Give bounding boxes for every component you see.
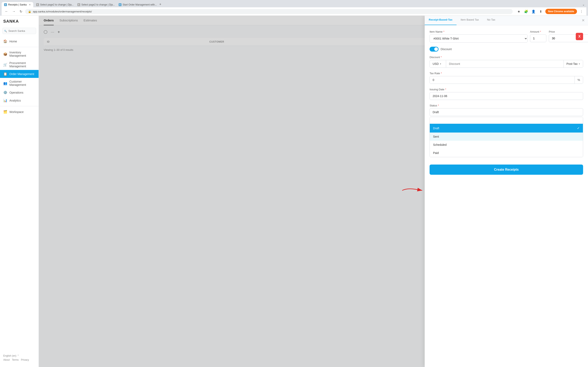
bookmark-icon[interactable]: ★ — [516, 8, 522, 14]
sidebar-label-procurement: Procurement Management — [9, 61, 35, 68]
panel-body: Item Name * #0001 White T-Shirt — [425, 25, 588, 180]
terms-link[interactable]: Terms — [12, 359, 18, 361]
toolbar-icons: ★ 🧩 👤 ⬇ — [516, 8, 544, 14]
chevron-up-icon: ⌃ — [17, 354, 19, 357]
date-required: * — [445, 88, 446, 91]
discount-type-selector[interactable]: Post-Tax ▾ — [563, 60, 583, 67]
sidebar-item-customer-management[interactable]: 👥 Customer Management — [0, 78, 39, 89]
item-select-wrap: #0001 White T-Shirt — [430, 34, 527, 43]
sidebar-label-operations: Operations — [9, 91, 23, 94]
item-remove-button[interactable]: X — [576, 33, 583, 40]
item-name-group: Item Name * #0001 White T-Shirt — [430, 30, 527, 43]
discount-toggle[interactable] — [430, 47, 439, 52]
price-label: Price — [549, 30, 573, 33]
issuing-date-input[interactable] — [430, 92, 583, 100]
side-panel: Receipt-Based-Tax Item Based Tax No Tax … — [425, 16, 588, 367]
sidebar-item-workspace[interactable]: 🗂️ Workspace — [0, 108, 39, 116]
panel-tab-receipt-based[interactable]: Receipt-Based-Tax — [425, 16, 457, 25]
tab-close-1[interactable]: ✕ — [29, 3, 31, 6]
browser-menu-button[interactable]: ⋮ — [579, 9, 584, 14]
browser-chrome: S Receipts | Sanka ✕ S Select page2 to c… — [0, 0, 588, 16]
toggle-slider — [430, 47, 439, 52]
sidebar-item-analytics[interactable]: 📊 Analytics — [0, 96, 39, 104]
status-option-paid[interactable]: Paid — [430, 149, 583, 157]
amount-label: Amount * — [530, 30, 546, 33]
status-display[interactable]: Draft — [430, 108, 583, 116]
sidebar-item-inventory[interactable]: 📦 Inventory Management — [0, 49, 39, 59]
discount-type-chevron: ▾ — [579, 63, 580, 65]
sidebar-search-wrap — [0, 28, 39, 37]
tab-select-page2-1[interactable]: S Select page2 to change | Dja... ✕ — [34, 2, 75, 7]
address-bar[interactable]: 🔒 app.sanka.io/modules/ordermanagement/r… — [25, 9, 513, 14]
status-input-wrap: Draft Draft ✓ Sent S — [430, 108, 583, 157]
tab-favicon-1: S — [4, 3, 7, 6]
discount-toggle-row: Discount — [430, 47, 583, 52]
privacy-link[interactable]: Privacy — [21, 359, 29, 361]
discount-input[interactable] — [446, 60, 563, 67]
status-row: Status * Draft Draft ✓ — [430, 104, 583, 157]
panel-tabs: Receipt-Based-Tax Item Based Tax No Tax … — [425, 16, 588, 25]
tax-group: % — [430, 76, 583, 84]
nav-divider-1 — [0, 47, 39, 47]
reload-button[interactable]: ↻ — [18, 9, 24, 14]
tab-expand-button[interactable]: ⌄ — [581, 2, 586, 7]
tax-rate-input[interactable] — [430, 76, 575, 83]
analytics-icon: 📊 — [3, 99, 7, 102]
discount-currency-selector[interactable]: USD ▾ — [430, 60, 446, 67]
discount-required: * — [441, 56, 442, 59]
status-search-input[interactable] — [430, 117, 583, 124]
browser-tabs: S Receipts | Sanka ✕ S Select page2 to c… — [2, 1, 586, 7]
item-name-label: Item Name * — [430, 30, 527, 33]
app-container: SANKA 🏠 Home 📦 Inventory Management 🛒 Pr… — [0, 16, 588, 367]
tab-favicon-3: S — [77, 3, 80, 6]
panel-tab-no-tax[interactable]: No Tax — [483, 16, 499, 25]
sidebar-label-customer: Customer Management — [9, 80, 35, 86]
item-row: Item Name * #0001 White T-Shirt — [430, 30, 583, 43]
tab-start-order[interactable]: S Start Order Management with... ✕ — [116, 2, 157, 7]
issuing-date-row: Issuing Date * — [430, 88, 583, 100]
language-label: English (en) — [3, 354, 16, 357]
status-option-scheduled[interactable]: Scheduled — [430, 141, 583, 149]
sidebar-search-input[interactable] — [2, 28, 36, 34]
sidebar-label-analytics: Analytics — [9, 99, 21, 102]
tax-suffix: % — [575, 76, 583, 83]
extensions-icon[interactable]: 🧩 — [523, 8, 529, 14]
sidebar-item-procurement[interactable]: 🛒 Procurement Management — [0, 59, 39, 70]
back-button[interactable]: ← — [4, 9, 9, 14]
discount-toggle-label: Discount — [441, 48, 452, 51]
amount-input[interactable] — [530, 34, 546, 42]
sidebar-item-home[interactable]: 🏠 Home — [0, 37, 39, 45]
tab-label-1: Receipts | Sanka — [8, 3, 27, 6]
issuing-date-label: Issuing Date * — [430, 88, 583, 91]
new-tab-button[interactable]: + — [157, 1, 163, 7]
panel-tab-item-based[interactable]: Item Based Tax — [457, 16, 483, 25]
item-name-select[interactable]: #0001 White T-Shirt — [430, 35, 527, 42]
discount-group: USD ▾ Post-Tax ▾ — [430, 60, 583, 68]
discount-row: Discount * USD ▾ Post-Tax ▾ — [430, 56, 583, 68]
amount-required: * — [540, 30, 541, 33]
create-receipts-button[interactable]: Create Receipts — [430, 165, 583, 175]
new-chrome-button[interactable]: New Chrome available — [545, 9, 577, 14]
main-content: Orders Subscriptions Estimates ⋯ + ID CU… — [39, 16, 588, 367]
profile-icon[interactable]: 👤 — [531, 8, 536, 14]
status-label: Status * — [430, 104, 583, 107]
language-selector[interactable]: English (en) ⌃ — [3, 354, 35, 357]
tab-receipts-sanka[interactable]: S Receipts | Sanka ✕ — [2, 2, 33, 7]
tax-required: * — [441, 72, 442, 75]
operations-icon: ⚙️ — [3, 91, 7, 94]
forward-button[interactable]: → — [11, 9, 17, 14]
tab-select-page2-2[interactable]: S Select page2 to change | Dja... ✕ — [75, 2, 116, 7]
price-group: Price — [549, 30, 573, 42]
browser-toolbar: ← → ↻ 🔒 app.sanka.io/modules/ordermanage… — [2, 7, 586, 16]
status-option-draft[interactable]: Draft ✓ — [430, 124, 583, 133]
url-display: app.sanka.io/modules/ordermanagement/rec… — [33, 10, 92, 13]
panel-close-button[interactable]: ✕ — [579, 16, 588, 25]
sidebar-label-inventory: Inventory Management — [9, 51, 35, 57]
status-option-sent[interactable]: Sent — [430, 133, 583, 141]
sidebar-label-workspace: Workspace — [9, 110, 24, 114]
sidebar-item-operations[interactable]: ⚙️ Operations — [0, 89, 39, 96]
download-icon[interactable]: ⬇ — [538, 8, 544, 14]
tab-favicon-2: S — [36, 3, 39, 6]
sidebar-item-order-management[interactable]: 📋 Order Management — [0, 70, 39, 78]
about-link[interactable]: About — [3, 359, 9, 361]
